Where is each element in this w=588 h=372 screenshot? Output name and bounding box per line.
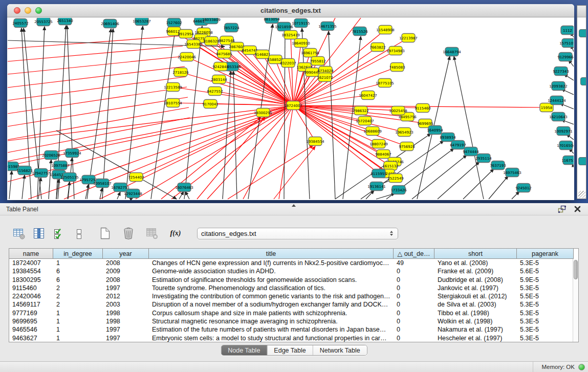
tab-edge-table[interactable]: Edge Table [267, 345, 312, 355]
graph-node[interactable]: 11548908 [376, 26, 395, 34]
graph-node[interactable]: 16961758 [301, 49, 319, 57]
table-cell[interactable]: 49 [394, 259, 434, 267]
table-cell[interactable]: 0 [394, 317, 434, 325]
table-cell[interactable]: 2 [53, 292, 103, 300]
graph-node[interactable]: 16543382 [184, 40, 203, 49]
table-cell[interactable]: 2012 [103, 292, 149, 300]
graph-node[interactable]: 1156823 [16, 166, 32, 175]
table-cell[interactable]: 1997 [103, 325, 149, 334]
graph-node[interactable]: 9475685 [216, 50, 232, 58]
graph-node[interactable]: 18300295 [254, 108, 272, 117]
table-row[interactable]: 2242004622012Investigating the contribut… [9, 292, 578, 300]
table-row[interactable]: 1830029562008Estimation of significance … [9, 276, 578, 284]
table-cell[interactable]: Wolkin et al. (1998) [434, 317, 517, 325]
graph-node[interactable]: 19136141 [367, 182, 386, 191]
table-scrollbar[interactable] [573, 259, 578, 342]
graph-edge-black[interactable] [454, 56, 484, 199]
table-cell[interactable]: 9115460 [9, 284, 53, 292]
graph-node[interactable]: 10025458 [389, 106, 407, 115]
graph-edge-black[interactable] [22, 175, 25, 199]
graph-node[interactable]: 16047427 [359, 91, 377, 100]
table-cell[interactable]: 0 [394, 284, 434, 292]
graph-node[interactable]: 8912954 [178, 30, 194, 38]
graph-edge-black[interactable] [512, 191, 519, 199]
table-cell[interactable]: 0 [394, 276, 434, 284]
table-cell[interactable]: 5.6E-5 [517, 267, 574, 275]
table-cell[interactable]: 5.3E-5 [517, 259, 574, 267]
table-cell[interactable]: 2003 [103, 300, 149, 309]
delete-table-icon[interactable] [122, 227, 135, 240]
graph-edge-red[interactable] [228, 145, 313, 199]
graph-edge-red[interactable] [8, 87, 187, 114]
graph-node[interactable]: 17016504 [557, 141, 574, 150]
table-cell[interactable]: 1998 [103, 317, 149, 325]
graph-node[interactable]: 9115460 [415, 104, 430, 113]
graph-node[interactable]: 12942757 [32, 169, 50, 178]
graph-edge-black[interactable] [100, 188, 102, 199]
table-cell[interactable]: 2008 [103, 276, 149, 284]
graph-node[interactable]: 19384554 [306, 137, 324, 146]
table-cell[interactable]: 19384554 [9, 267, 53, 275]
graph-edge-black[interactable] [489, 176, 508, 199]
deselect-all-icon[interactable] [72, 227, 85, 240]
table-cell[interactable]: Estimation of the future numbers of pati… [149, 325, 394, 334]
graph-node[interactable]: 12213589 [164, 83, 182, 92]
table-cell[interactable]: 9777169 [9, 309, 53, 317]
table-cell[interactable]: 1997 [103, 334, 149, 342]
graph-node[interactable]: 7815526 [352, 27, 368, 36]
graph-node[interactable]: 15720407 [356, 117, 374, 125]
graph-edge-black[interactable] [185, 191, 189, 199]
column-header-out-de-[interactable]: △ out_de… [394, 249, 434, 259]
graph-node[interactable]: 14671355 [318, 22, 337, 31]
graph-edge-red[interactable] [8, 128, 191, 166]
graph-edge-black[interactable] [117, 192, 120, 199]
column-header-pagerank[interactable]: pagerank [517, 249, 574, 259]
table-cell[interactable]: 1 [53, 325, 103, 334]
table-cell[interactable]: Stergiakouli et al. (2012) [434, 292, 517, 300]
graph-node[interactable]: 10958107 [93, 179, 112, 188]
graph-node[interactable]: 15751074 [559, 39, 574, 48]
graph-edge-red[interactable] [293, 95, 368, 105]
graph-node[interactable]: 18807249 [369, 140, 388, 148]
table-cell[interactable]: 0 [394, 334, 434, 342]
graph-node[interactable]: 9227343 [553, 67, 569, 76]
table-cell[interactable]: de Silva et al. (2003) [434, 300, 517, 309]
graph-node[interactable]: 9884067 [375, 150, 391, 159]
graph-node[interactable]: 9170041 [202, 100, 218, 108]
table-cell[interactable]: 5.3E-5 [517, 317, 574, 325]
graph-node[interactable]: 12505135 [60, 173, 79, 182]
graph-edge-red[interactable] [136, 105, 293, 199]
graph-node[interactable]: 2522549 [387, 174, 403, 183]
table-cell[interactable]: 1 [53, 259, 103, 267]
select-all-icon[interactable] [52, 227, 66, 240]
graph-edge-red[interactable] [8, 77, 186, 100]
graph-node[interactable]: 8813054 [264, 18, 280, 24]
table-row[interactable]: 946554611997Estimation of the future num… [9, 325, 578, 334]
graph-node[interactable]: 1112 [561, 26, 574, 35]
graph-node[interactable]: 18775105 [376, 79, 394, 87]
graph-node[interactable]: 2803144 [211, 75, 227, 84]
table-row[interactable]: 969969511998Structural magnetic resonanc… [9, 317, 578, 325]
tab-network-table[interactable]: Network Table [313, 345, 367, 355]
graph-node[interactable]: 6479197 [450, 141, 466, 149]
table-cell[interactable]: 5.3E-5 [517, 309, 574, 317]
table-cell[interactable]: 0 [394, 300, 434, 309]
table-cell[interactable]: 5.3E-5 [517, 325, 574, 334]
graph-node[interactable]: 10653287 [133, 18, 151, 26]
split-divider-handle[interactable] [292, 204, 296, 207]
graph-edge-red[interactable] [210, 104, 293, 105]
table-cell[interactable]: 5.3E-5 [517, 300, 574, 309]
delete-column-icon[interactable] [145, 227, 159, 240]
graph-edge-red[interactable] [173, 87, 293, 105]
graph-node[interactable]: 7485083 [389, 63, 405, 72]
network-canvas[interactable]: 2405572205537252651340206914061065328715… [8, 18, 574, 200]
graph-edge-black[interactable] [233, 71, 237, 199]
graph-node[interactable]: 17359924 [63, 149, 81, 158]
graph-node[interactable]: 10688609 [363, 127, 382, 136]
table-cell[interactable]: 1997 [103, 284, 149, 292]
graph-node[interactable]: 10975887 [51, 161, 70, 170]
graph-node[interactable]: 7857224 [223, 24, 239, 32]
close-window-button[interactable] [14, 7, 20, 14]
table-cell[interactable]: Yano et al. (2008) [434, 259, 517, 267]
graph-edge-red[interactable] [8, 36, 182, 49]
